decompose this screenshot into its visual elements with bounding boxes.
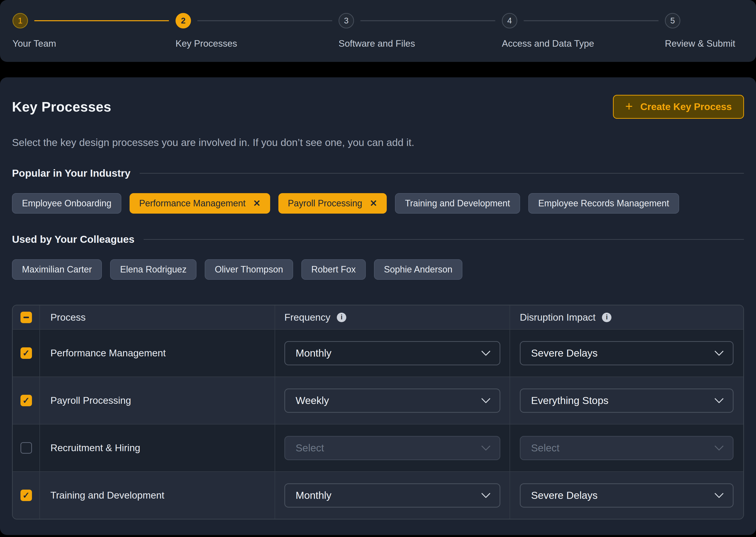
frequency-column-header: Frequency i [275, 306, 510, 329]
check-icon: ✓ [22, 490, 30, 500]
step-number-badge: 2 [176, 13, 191, 28]
page-subtitle: Select the key design processes you are … [12, 137, 744, 148]
frequency-select[interactable]: Select [285, 436, 500, 460]
frequency-select[interactable]: Weekly [285, 389, 500, 413]
dropdown-value: Severe Delays [531, 490, 598, 501]
frequency-select[interactable]: Monthly [285, 483, 500, 508]
chip-label: Robert Fox [311, 264, 356, 275]
title-row: Key Processes + Create Key Process [12, 95, 744, 119]
chip-label: Performance Management [139, 198, 245, 209]
colleague-chip-maximilian-carter[interactable]: Maximilian Carter [12, 259, 102, 280]
chip-label: Oliver Thompson [215, 264, 283, 275]
step-number-badge: 3 [338, 13, 354, 28]
chip-label: Maximilian Carter [22, 264, 92, 275]
dropdown-placeholder: Select [295, 442, 324, 454]
impact-cell: Everything Stops [510, 377, 743, 424]
process-name: Recruitment & Hiring [50, 442, 140, 453]
frequency-select[interactable]: Monthly [285, 341, 500, 365]
indeterminate-icon [23, 317, 29, 318]
processes-table: Process Frequency i Disruption Impact i … [12, 305, 744, 519]
step-key-processes[interactable]: 2 Key Processes [176, 13, 237, 49]
chevron-down-icon [715, 394, 724, 403]
impact-select[interactable]: Everything Stops [520, 389, 734, 413]
row-checkbox[interactable] [21, 442, 32, 454]
colleague-chip-elena-rodriguez[interactable]: Elena Rodriguez [110, 259, 197, 280]
info-icon[interactable]: i [337, 313, 346, 322]
industry-chip-employee-onboarding[interactable]: Employee Onboarding [12, 193, 121, 214]
process-name: Payroll Processing [50, 395, 131, 406]
step-label: Access and Data Type [502, 38, 594, 49]
step-number-badge: 5 [665, 13, 680, 28]
step-software-and-files[interactable]: 3 Software and Files [338, 13, 415, 49]
info-icon[interactable]: i [602, 313, 611, 322]
chevron-down-icon [481, 489, 491, 498]
impact-cell: Severe Delays [510, 330, 743, 377]
page-title: Key Processes [12, 99, 111, 115]
industry-chip-payroll-processing[interactable]: Payroll Processing ✕ [278, 193, 387, 214]
process-cell: Payroll Processing [39, 377, 275, 424]
frequency-cell: Monthly [275, 330, 510, 377]
create-key-process-label: Create Key Process [641, 101, 732, 112]
step-label: Software and Files [338, 38, 415, 49]
table-row-training-and-development: ✓ Training and Development Monthly Sever… [13, 472, 743, 519]
process-column-header: Process [39, 306, 275, 329]
chip-label: Elena Rodriguez [120, 264, 187, 275]
create-key-process-button[interactable]: + Create Key Process [613, 95, 744, 119]
chip-label: Employee Records Management [538, 198, 669, 209]
remove-chip-icon[interactable]: ✕ [370, 199, 377, 208]
process-cell: Recruitment & Hiring [39, 425, 275, 472]
column-label: Process [50, 312, 86, 323]
industry-chip-performance-management[interactable]: Performance Management ✕ [130, 193, 270, 214]
step-label: Key Processes [176, 38, 237, 49]
check-icon: ✓ [22, 348, 30, 358]
chip-label: Payroll Processing [288, 198, 362, 209]
chip-label: Sophie Anderson [384, 264, 452, 275]
impact-select[interactable]: Severe Delays [520, 483, 734, 508]
table-row-performance-management: ✓ Performance Management Monthly Severe … [13, 329, 743, 377]
step-number-badge: 1 [13, 13, 28, 28]
dropdown-value: Monthly [295, 490, 332, 501]
chip-label: Employee Onboarding [22, 198, 111, 209]
column-label: Frequency [285, 312, 330, 323]
impact-select[interactable]: Select [520, 436, 734, 460]
row-checkbox[interactable]: ✓ [21, 490, 32, 501]
table-row-recruitment-hiring: Recruitment & Hiring Select Select [13, 424, 743, 472]
remove-chip-icon[interactable]: ✕ [253, 199, 260, 208]
dropdown-value: Weekly [295, 395, 329, 406]
step-label: Your Team [13, 38, 56, 49]
step-review-submit[interactable]: 5 Review & Submit [665, 13, 735, 49]
industry-chips: Employee Onboarding Performance Manageme… [12, 193, 744, 214]
colleague-chip-sophie-anderson[interactable]: Sophie Anderson [374, 259, 463, 280]
process-cell: Performance Management [39, 330, 275, 377]
dropdown-placeholder: Select [531, 442, 559, 454]
section-divider [144, 239, 744, 240]
colleague-chip-oliver-thompson[interactable]: Oliver Thompson [205, 259, 293, 280]
colleague-chip-robert-fox[interactable]: Robert Fox [301, 259, 366, 280]
industry-section-heading-row: Popular in Your Industry [12, 167, 744, 179]
chip-label: Training and Development [405, 198, 510, 209]
row-checkbox[interactable]: ✓ [21, 395, 32, 406]
select-all-checkbox[interactable] [21, 312, 32, 323]
step-label: Review & Submit [665, 38, 735, 49]
frequency-cell: Select [275, 425, 510, 472]
impact-select[interactable]: Severe Delays [520, 341, 734, 365]
step-your-team[interactable]: 1 Your Team [13, 13, 56, 49]
impact-column-header: Disruption Impact i [510, 306, 743, 329]
row-checkbox[interactable]: ✓ [21, 347, 32, 359]
section-divider [140, 173, 744, 174]
key-processes-panel: Key Processes + Create Key Process Selec… [0, 77, 756, 535]
frequency-cell: Monthly [275, 472, 510, 519]
step-access-and-data-type[interactable]: 4 Access and Data Type [502, 13, 594, 49]
impact-cell: Select [510, 425, 743, 472]
industry-chip-employee-records-management[interactable]: Employee Records Management [528, 193, 679, 214]
dropdown-value: Monthly [295, 347, 332, 359]
colleague-chips: Maximilian Carter Elena Rodriguez Oliver… [12, 259, 744, 280]
process-name: Training and Development [50, 490, 164, 501]
table-header-row: Process Frequency i Disruption Impact i [13, 306, 743, 329]
row-checkbox-cell: ✓ [13, 472, 39, 519]
chevron-down-icon [481, 347, 491, 356]
step-number-badge: 4 [502, 13, 517, 28]
chevron-down-icon [715, 347, 724, 356]
industry-chip-training-and-development[interactable]: Training and Development [395, 193, 520, 214]
dropdown-value: Everything Stops [531, 395, 608, 406]
